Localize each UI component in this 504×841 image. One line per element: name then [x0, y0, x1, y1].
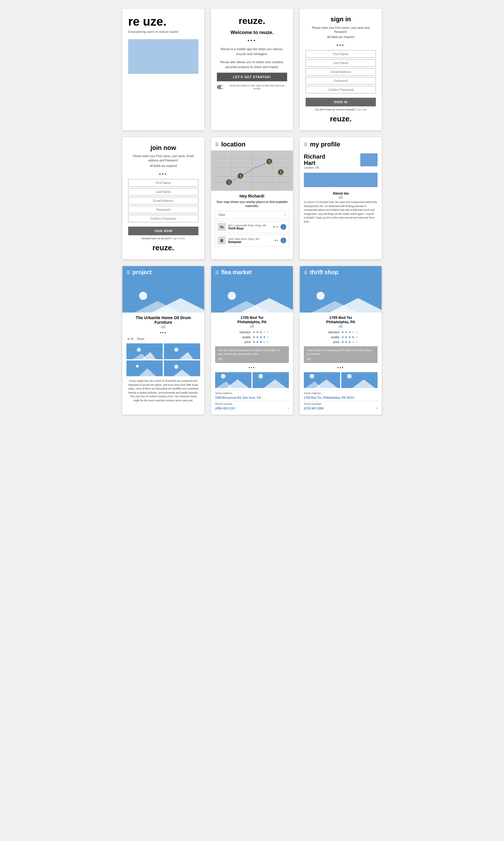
project-name: The Urbanite Home Oil Drum Furniture [126, 315, 200, 325]
join-password-input[interactable] [128, 206, 198, 213]
location-item-dumpster[interactable]: 🗑 5405 Totan Drive, Olney, MD Dumpster ♥… [215, 235, 289, 246]
get-started-button[interactable]: LET'S GET STARTED! [217, 73, 287, 81]
profile-name-block: RichardHart London, UK [304, 153, 357, 169]
svg-text:🐛: 🐛 [239, 174, 244, 178]
thrift-shop-img-1 [304, 372, 340, 388]
firstname-input[interactable] [306, 50, 376, 58]
thrift-info: 5011 Laytonsville Road, Olney, MD Thrift… [228, 224, 271, 230]
lastname-input[interactable] [306, 59, 376, 67]
flea-market-street-value: 1590 Berryessa Rd, San Jose, CA [215, 396, 261, 399]
location-item-thrift[interactable]: 🛍 5011 Laytonsville Road, Olney, MD Thri… [215, 221, 289, 233]
dumpster-name: Dumpster [228, 240, 272, 244]
confirm-password-input[interactable] [306, 86, 376, 93]
flea-market-phone-row[interactable]: Phone Number (408) 453-1110 › [215, 402, 289, 411]
thrift-shop-dots: ••• [304, 365, 378, 370]
profile-top: RichardHart London, UK [304, 153, 378, 169]
location-title: location [221, 141, 245, 148]
thrift-shop-street-value: 1705 Bed Ter, Philadelphia, PA 19114 [304, 396, 354, 399]
flea-market-img-1 [215, 372, 251, 388]
thrift-shop-quality-rating: quality ★★★★★ [304, 335, 378, 339]
flea-market-header: ☰ flea market [211, 266, 293, 278]
profile-hamburger-icon[interactable]: ☰ [304, 142, 308, 147]
profile-banner [304, 173, 378, 187]
flea-market-hero-svg [211, 290, 293, 312]
join-required: All fields are required [150, 164, 177, 168]
thrift-shop-phone-label: Phone Number [304, 402, 378, 405]
selection-stars: ★★★★★ [253, 330, 269, 334]
password-input[interactable] [306, 77, 376, 85]
thrift-shop-hero-svg [300, 290, 382, 312]
project-title: project [132, 269, 152, 276]
about-title: About me [332, 191, 348, 195]
thrift-shop-phone-row[interactable]: Phone Number (215) 947-3304 › [304, 402, 378, 411]
svg-text:🐛: 🐛 [280, 170, 284, 174]
project-edit-link[interactable]: edit [126, 325, 200, 328]
hamburger-icon[interactable]: ☰ [215, 142, 219, 147]
project-hamburger-icon[interactable]: ☰ [126, 270, 130, 275]
project-screen: ☰ project The Urbanite Home Oil Drum Fur… [122, 266, 204, 415]
project-img-3 [126, 360, 163, 376]
flea-market-quality-rating: quality ★★★★★ [215, 335, 289, 339]
thrift-shop-screen: ☰ thrift shop 1705 Bed TerPhiladelphia, … [300, 266, 382, 415]
thrift-address: 5011 Laytonsville Road, Olney, MD [228, 224, 271, 227]
svg-point-45 [317, 292, 325, 300]
join-button[interactable]: JOIN NOW [128, 227, 198, 235]
thrift-hearts: ♥ 24 [273, 225, 278, 228]
thrift-quality-stars: ★★★★★ [341, 335, 358, 339]
thrift-shop-desc-edit-link[interactable]: edit [307, 357, 375, 361]
thrift-selection-stars: ★★★★★ [341, 330, 358, 334]
thrift-price-stars: ★★★★★ [341, 340, 358, 344]
project-heart-share: ♥ 24 Share [126, 337, 200, 341]
thrift-navigate-button[interactable]: › [281, 224, 286, 230]
splash-image [128, 39, 198, 74]
svg-point-34 [228, 292, 236, 300]
project-share[interactable]: Share [137, 337, 145, 341]
dumpster-address: 5405 Totan Drive, Olney, MD [228, 238, 272, 240]
thrift-shop-edit-link[interactable]: edit [304, 325, 378, 327]
thrift-shop-hamburger-icon[interactable]: ☰ [304, 270, 308, 275]
flea-market-edit-link[interactable]: edit [215, 325, 289, 327]
thrift-shop-street-row: Street Address 1705 Bed Ter, Philadelphi… [304, 392, 378, 400]
profile-avatar [360, 153, 378, 166]
join-email-input[interactable] [128, 197, 198, 204]
project-img-2 [164, 343, 200, 359]
signin-subtitle: Please enter your First name, Last name … [306, 26, 376, 34]
svg-point-38 [221, 374, 226, 379]
flea-market-desc-edit-link[interactable]: edit [218, 357, 286, 361]
flea-market-street-row: Street Address 1590 Berryessa Rd, San Jo… [215, 392, 289, 400]
dumpster-hearts: ♥ 9 [274, 239, 278, 242]
signin-no-account: You don't have an account already? Join … [315, 108, 367, 111]
project-hero [122, 278, 204, 312]
project-description: Every single day MILLIONS of oil barrels… [126, 379, 200, 402]
project-img-1 [126, 343, 163, 359]
join-firstname-input[interactable] [128, 179, 198, 187]
project-body: The Urbanite Home Oil Drum Furniture edi… [122, 312, 204, 405]
quality-stars: ★★★★★ [253, 335, 269, 339]
quality-label: quality [235, 336, 251, 339]
dumpster-navigate-button[interactable]: › [281, 238, 286, 243]
project-hearts: ♥ 24 [128, 337, 133, 341]
about-edit-link[interactable]: edit [304, 196, 378, 199]
filter-label: Filter [218, 213, 225, 217]
svg-point-25 [174, 348, 178, 352]
join-lastname-input[interactable] [128, 188, 198, 195]
toggle-row: Move the button to the right to hide the… [217, 84, 287, 90]
join-title: join now [150, 144, 176, 152]
join-subtitle: Please enter your First name, Last name,… [128, 154, 198, 162]
svg-point-42 [258, 374, 263, 379]
signin-button[interactable]: SIGN IN [306, 98, 376, 106]
profile-fullname: RichardHart [304, 153, 357, 166]
svg-point-17 [139, 292, 147, 300]
filter-row[interactable]: Filter › [215, 211, 289, 219]
welcome-toggle[interactable] [217, 85, 224, 89]
join-now-link[interactable]: Join now [357, 108, 367, 111]
login-link[interactable]: Log in here [172, 237, 185, 240]
profile-content: RichardHart London, UK About me edit Hi,… [300, 151, 382, 227]
project-hero-svg [122, 290, 204, 312]
flea-market-hamburger-icon[interactable]: ☰ [215, 270, 219, 275]
join-confirm-password-input[interactable] [128, 215, 198, 222]
map-area[interactable]: 🐛 🐛 🐛 🐛 [211, 151, 293, 191]
email-input[interactable] [306, 68, 376, 75]
selection-label: selection [235, 331, 251, 334]
flea-market-dots: ••• [215, 365, 289, 370]
